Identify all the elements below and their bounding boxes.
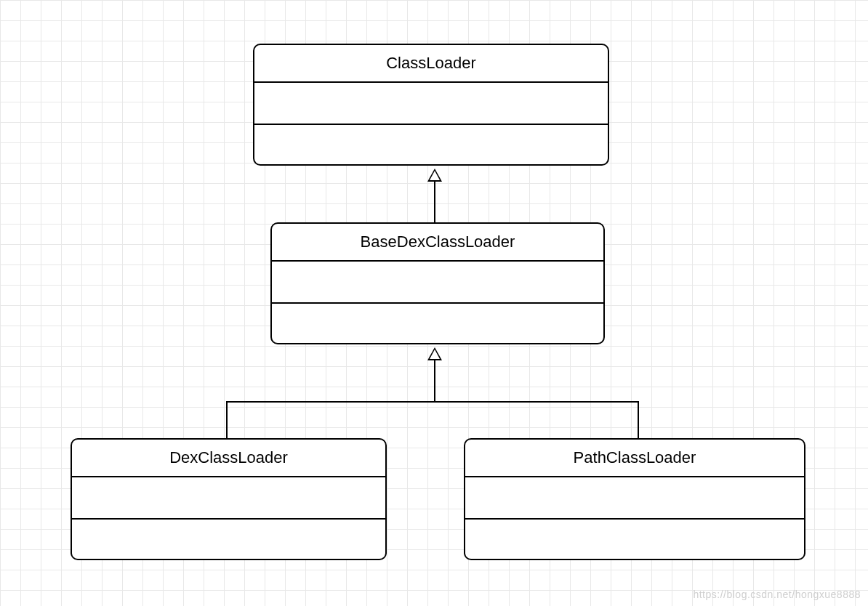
- connector-line: [434, 360, 435, 403]
- watermark-text: https://blog.csdn.net/hongxue8888: [693, 589, 861, 600]
- uml-methods-section: [272, 304, 603, 344]
- connector-line: [226, 401, 639, 403]
- connector-line: [638, 401, 639, 439]
- uml-title-dex: DexClassLoader: [72, 440, 385, 477]
- uml-class-path: PathClassLoader: [464, 438, 805, 560]
- uml-class-classloader: ClassLoader: [253, 44, 609, 166]
- uml-class-basedex: BaseDexClassLoader: [270, 222, 605, 344]
- uml-title-basedex: BaseDexClassLoader: [272, 224, 603, 262]
- uml-attributes-section: [272, 262, 603, 304]
- inheritance-arrow-icon: [427, 169, 442, 182]
- inheritance-arrow-icon: [427, 347, 442, 360]
- uml-methods-section: [72, 520, 385, 560]
- uml-attributes-section: [72, 477, 385, 520]
- uml-title-path: PathClassLoader: [465, 440, 804, 477]
- uml-attributes-section: [254, 83, 608, 125]
- connector-line: [434, 182, 435, 222]
- uml-methods-section: [465, 520, 804, 560]
- uml-attributes-section: [465, 477, 804, 520]
- connector-line: [226, 401, 228, 439]
- uml-methods-section: [254, 125, 608, 166]
- uml-title-classloader: ClassLoader: [254, 45, 608, 83]
- uml-class-dex: DexClassLoader: [71, 438, 387, 560]
